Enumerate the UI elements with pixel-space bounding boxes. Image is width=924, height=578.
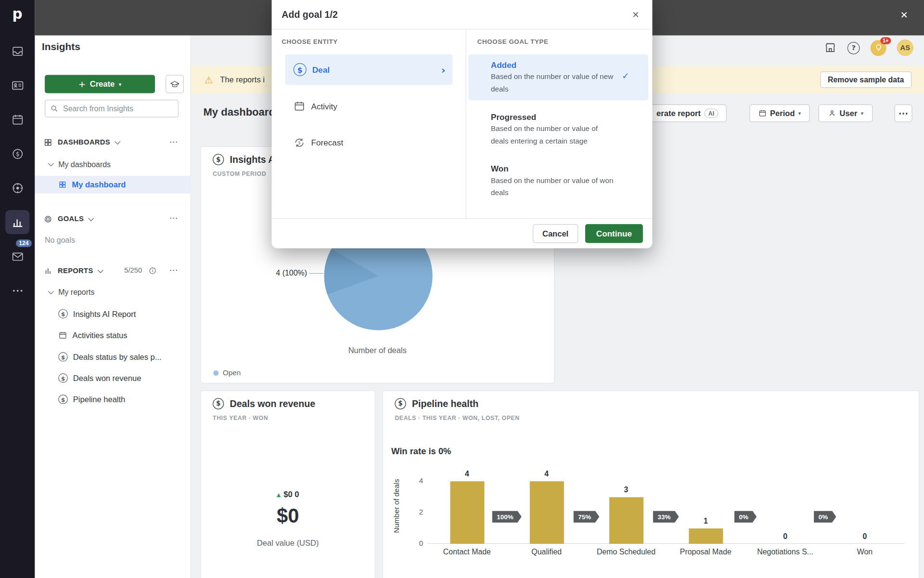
- report-item-pipeline-health[interactable]: Pipeline health: [35, 391, 191, 408]
- app: p $ 124 Insights: [0, 0, 924, 578]
- goal-type-added[interactable]: Added Based on the number or value of ne…: [468, 54, 648, 101]
- conversion-badge: 0%: [814, 511, 836, 522]
- my-reports-label: My reports: [58, 288, 94, 296]
- bar-value: 3: [586, 485, 666, 494]
- generate-report-button[interactable]: erate report AI: [648, 105, 727, 122]
- reports-more-button[interactable]: [166, 264, 181, 276]
- bar-column: 0: [825, 468, 904, 544]
- insights-icon[interactable]: [5, 210, 29, 234]
- continue-button[interactable]: Continue: [585, 224, 643, 243]
- more-apps-icon[interactable]: [5, 278, 29, 302]
- dashboards-grid-icon: [44, 138, 52, 146]
- goals-label: GOALS: [58, 215, 84, 223]
- goals-more-button[interactable]: [166, 212, 181, 224]
- user-icon: [828, 109, 836, 118]
- help-icon[interactable]: [847, 41, 860, 54]
- report-item-deals-won-revenue[interactable]: Deals won revenue: [35, 369, 191, 387]
- dashboards-more-button[interactable]: [166, 136, 181, 148]
- entity-option-activity[interactable]: Activity: [285, 91, 453, 122]
- dashboards-section-header[interactable]: DASHBOARDS: [35, 135, 191, 149]
- report-item-insights-ai[interactable]: Insights AI Report: [35, 305, 191, 323]
- deals-won-revenue-card: Deals won revenue THIS YEAR · WON $0 0 $…: [200, 391, 375, 578]
- pipeline-plot: 443100100%75%33%0%0%: [427, 468, 905, 544]
- bar-column: 3: [586, 468, 666, 544]
- legend-label: Open: [223, 368, 241, 377]
- marketplace-icon[interactable]: [824, 41, 837, 54]
- my-dashboards-group[interactable]: My dashboards: [35, 157, 191, 171]
- my-reports-group[interactable]: My reports: [35, 285, 191, 299]
- no-goals-text: No goals: [45, 236, 75, 245]
- whats-new-button[interactable]: 1+: [871, 40, 886, 56]
- contacts-icon[interactable]: [5, 73, 29, 97]
- card-period: CUSTOM PERIOD: [213, 171, 266, 177]
- prospecting-icon[interactable]: [5, 176, 29, 200]
- goal-type-desc: Based on the number or value of new deal…: [491, 71, 615, 95]
- reports-section-header[interactable]: REPORTS 5/250: [35, 263, 191, 277]
- cancel-button[interactable]: Cancel: [533, 224, 578, 243]
- chevron-down-icon: [48, 288, 54, 294]
- banner-text: The reports i: [220, 75, 265, 84]
- deal-icon: [395, 398, 406, 409]
- bar: [609, 497, 643, 544]
- bar-value: 0: [745, 532, 825, 540]
- deal-report-icon: [58, 394, 68, 404]
- check-icon: [622, 71, 629, 81]
- insights-search-input[interactable]: [62, 104, 173, 114]
- create-button[interactable]: Create: [45, 75, 155, 93]
- bar: [689, 528, 723, 544]
- deals-icon[interactable]: $: [5, 142, 29, 166]
- period-filter-button[interactable]: Period: [750, 105, 810, 122]
- pipedrive-logo[interactable]: p: [0, 6, 35, 22]
- deal-icon: [213, 154, 224, 165]
- card-filters: THIS YEAR · WON: [213, 415, 268, 421]
- insights-sidebar: Insights Create DASHBOARDS My dashboards…: [35, 35, 191, 578]
- value-label: Deal value (USD): [201, 539, 375, 547]
- info-icon[interactable]: [149, 266, 157, 277]
- mail-icon[interactable]: [5, 244, 29, 268]
- bar: [450, 481, 484, 544]
- delta-row: $0 0: [201, 490, 375, 499]
- conversion-badge: 0%: [734, 511, 757, 522]
- panel-title: Insights: [42, 41, 80, 53]
- up-arrow-icon: [277, 492, 281, 498]
- user-filter-button[interactable]: User: [819, 105, 873, 122]
- y-tick: 4: [409, 476, 423, 485]
- bar-x-label: Qualified: [507, 547, 586, 556]
- report-item-deals-status[interactable]: Deals status by sales p...: [35, 348, 191, 366]
- period-label: Period: [770, 109, 795, 118]
- bar-x-label: Contact Made: [427, 547, 507, 556]
- sidebar-item-my-dashboard[interactable]: My dashboard: [35, 176, 191, 194]
- report-item-activities-status[interactable]: Activities status: [35, 326, 191, 344]
- svg-text:$: $: [15, 150, 19, 157]
- leads-icon[interactable]: [5, 39, 29, 63]
- y-tick: 0: [409, 539, 423, 547]
- entity-option-forecast[interactable]: $ Forecast: [285, 127, 453, 158]
- entity-option-deal[interactable]: Deal: [285, 54, 453, 85]
- user-label: User: [840, 109, 858, 118]
- activity-icon: [294, 100, 305, 112]
- my-dashboard-label: My dashboard: [72, 180, 126, 189]
- bar-value: 0: [825, 532, 904, 540]
- dashboards-label: DASHBOARDS: [58, 138, 110, 146]
- learn-button[interactable]: [166, 75, 184, 93]
- activities-icon[interactable]: [5, 107, 29, 131]
- deal-report-icon: [58, 309, 68, 319]
- goals-section-header[interactable]: GOALS: [35, 212, 191, 226]
- add-goal-dialog: Add goal 1/2 CHOOSE ENTITY Deal Activity…: [271, 0, 652, 249]
- delta-value: $0 0: [283, 490, 299, 499]
- avatar[interactable]: AS: [897, 39, 913, 56]
- report-label: Deals status by sales p...: [73, 353, 162, 361]
- close-dialog-button[interactable]: [629, 9, 643, 20]
- remove-sample-data-button[interactable]: Remove sample data: [820, 71, 911, 88]
- choose-goal-type-header: CHOOSE GOAL TYPE: [477, 38, 549, 45]
- close-overlay-button[interactable]: [897, 9, 911, 21]
- create-label: Create: [90, 79, 115, 88]
- legend-item-open[interactable]: Open: [213, 368, 241, 377]
- card-title: Deals won revenue: [230, 398, 315, 409]
- dashboard-more-button[interactable]: [895, 105, 912, 122]
- goal-type-won[interactable]: Won Based on the number or value of won …: [468, 158, 648, 204]
- chevron-down-icon: [98, 267, 103, 273]
- bar-value: 4: [507, 470, 586, 478]
- pie-callout: 4 (100%): [260, 268, 307, 277]
- goal-type-progressed[interactable]: Progressed Based on the number or value …: [468, 106, 648, 152]
